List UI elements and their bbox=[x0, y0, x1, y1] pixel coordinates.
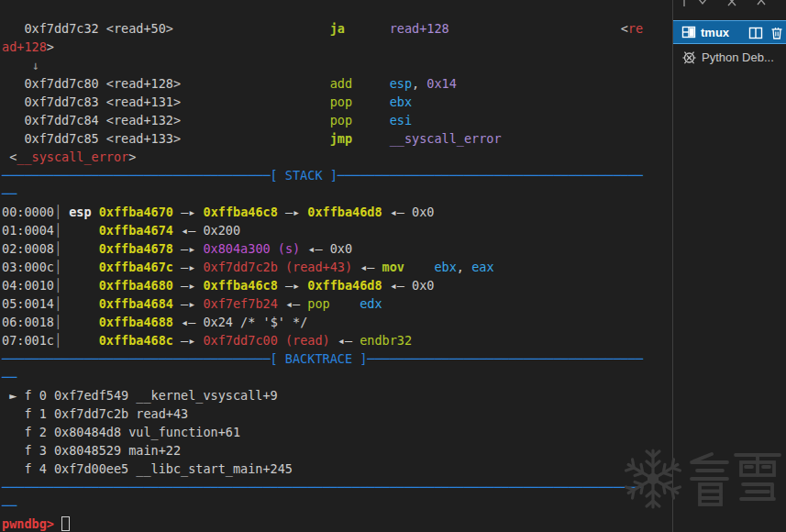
panel-header-icons bbox=[673, 0, 786, 8]
terminal-line: 0xf7dd7c83 <read+131> pop ebx bbox=[2, 93, 672, 111]
terminal-line: 05:0014│ 0xffba4684 —▸ 0xf7ef7b24 ◂— pop… bbox=[2, 294, 672, 313]
divider-icon bbox=[679, 0, 690, 7]
terminal-cursor bbox=[61, 516, 70, 531]
terminal-line: 0xf7dd7c32 <read+50> ja read+128 <re bbox=[2, 19, 672, 38]
terminal-line: pwndbg> bbox=[2, 515, 672, 532]
terminal-line: 0xf7dd7c85 <read+133> jmp __syscall_erro… bbox=[2, 129, 672, 148]
terminal-line: ad+128> bbox=[2, 38, 672, 56]
chevron-up-icon[interactable] bbox=[756, 0, 767, 7]
terminal-line: f 2 0x80484d8 vul_function+61 bbox=[2, 423, 672, 441]
terminal-line: ────────────────────────────────────────… bbox=[2, 478, 672, 496]
kill-terminal-icon[interactable] bbox=[769, 26, 784, 40]
terminal-line: f 3 0x8048529 main+22 bbox=[2, 441, 672, 460]
terminal-tabs-panel: tmux P bbox=[673, 0, 786, 532]
terminal-output: 0xf7dd7c32 <read+50> ja read+128 <read+1… bbox=[0, 0, 672, 532]
terminal-line: 04:0010│ 0xffba4680 —▸ 0xffba46c8 —▸ 0xf… bbox=[2, 276, 672, 294]
chevron-down-icon[interactable] bbox=[697, 0, 708, 7]
terminal[interactable]: 0xf7dd7c32 <read+50> ja read+128 <read+1… bbox=[0, 0, 672, 532]
terminal-line: ────────────────────────────────────[ BA… bbox=[2, 349, 672, 368]
close-icon[interactable] bbox=[726, 0, 737, 7]
terminal-line: 00:0000│ esp 0xffba4670 —▸ 0xffba46c8 —▸… bbox=[2, 203, 672, 221]
terminal-line: ↓ bbox=[2, 56, 672, 74]
terminal-line: 0xf7dd7c84 <read+132> pop esi bbox=[2, 111, 672, 129]
terminal-line: ── bbox=[2, 368, 672, 386]
screen: { "palette": { "background": "#1f1f1f", … bbox=[0, 0, 786, 532]
terminal-tab-python-debug[interactable]: Python Deb... bbox=[673, 45, 786, 69]
terminal-line: <__syscall_error> bbox=[2, 148, 672, 166]
terminal-line: ── bbox=[2, 184, 672, 203]
terminal-line: ► f 0 0xf7edf549 __kernel_vsyscall+9 bbox=[2, 386, 672, 405]
split-terminal-icon[interactable] bbox=[748, 26, 763, 40]
terminal-line: f 1 0xf7dd7c2b read+43 bbox=[2, 405, 672, 423]
terminal-tmux-icon bbox=[681, 25, 696, 39]
terminal-line: f 4 0xf7d00ee5 __libc_start_main+245 bbox=[2, 460, 672, 478]
terminal-line: 0xf7dd7c80 <read+128> add esp, 0x14 bbox=[2, 74, 672, 93]
debug-console-icon bbox=[681, 50, 697, 65]
terminal-line: ── bbox=[2, 496, 672, 515]
terminal-line: 03:000c│ 0xffba467c —▸ 0xf7dd7c2b (read+… bbox=[2, 258, 672, 276]
terminal-tab-tmux[interactable]: tmux bbox=[673, 20, 786, 44]
tab-label-tmux: tmux bbox=[701, 26, 729, 39]
tab-label-python-debug: Python Deb... bbox=[702, 50, 774, 64]
terminal-line: 02:0008│ 0xffba4678 —▸ 0x804a300 (s) ◂— … bbox=[2, 239, 672, 258]
terminal-line: 06:0018│ 0xffba4688 ◂— 0x24 /* '$' */ bbox=[2, 313, 672, 331]
terminal-line: 07:001c│ 0xffba468c —▸ 0xf7dd7c00 (read)… bbox=[2, 331, 672, 349]
terminal-line: 01:0004│ 0xffba4674 ◂— 0x200 bbox=[2, 221, 672, 239]
terminal-line: ────────────────────────────────────[ ST… bbox=[2, 166, 672, 184]
